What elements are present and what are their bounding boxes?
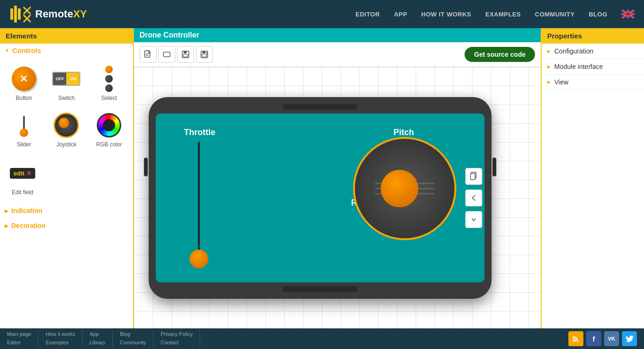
language-flag-icon[interactable] — [621, 10, 635, 18]
svg-rect-1 — [14, 6, 17, 23]
vk-icon: VK — [608, 336, 615, 341]
decoration-section-header[interactable]: Decoration — [0, 218, 133, 233]
control-joystick[interactable]: Joystick — [47, 107, 87, 152]
nav-app[interactable]: APP — [394, 11, 407, 18]
slider-label: Slider — [16, 141, 31, 148]
footer-how-it-works[interactable]: How it works — [46, 330, 75, 339]
header: RemoteXY EDITOR APP HOW IT WORKS EXAMPLE… — [0, 0, 644, 28]
svg-rect-2 — [18, 8, 21, 20]
svg-rect-19 — [163, 52, 170, 57]
footer-main-page[interactable]: Main page — [7, 330, 31, 339]
prop-configuration[interactable]: Configuration — [542, 44, 644, 59]
get-source-button[interactable]: Get source code — [465, 47, 535, 62]
arrow-down-button[interactable] — [466, 211, 482, 228]
footer-links: Main page Editor How it works Examples A… — [7, 330, 568, 347]
button-visual — [12, 67, 36, 91]
social-vk-button[interactable]: VK — [604, 331, 619, 346]
nav-community[interactable]: COMMUNITY — [535, 11, 575, 18]
svg-rect-25 — [202, 54, 207, 57]
control-slider[interactable]: Slider — [4, 107, 44, 152]
rgb-icon — [95, 111, 123, 139]
sidebar-title: Elements — [0, 28, 133, 44]
svg-rect-22 — [183, 54, 188, 57]
prop-view[interactable]: View — [542, 75, 644, 90]
save-as-button[interactable] — [196, 46, 213, 63]
social-facebook-button[interactable]: f — [586, 331, 601, 346]
nav-editor[interactable]: EDITOR — [356, 11, 380, 18]
control-rgb[interactable]: RGB color — [89, 107, 129, 152]
footer-editor[interactable]: Editor — [7, 339, 31, 347]
arrow-buttons — [466, 168, 482, 228]
save-as-icon — [200, 50, 209, 59]
phone-side-button-right — [493, 158, 497, 176]
logo-icon — [9, 5, 33, 23]
social-twitter-button[interactable] — [622, 331, 637, 346]
footer-app[interactable]: App — [90, 330, 106, 339]
switch-icon: OFF ON — [52, 65, 80, 93]
svg-rect-0 — [10, 8, 13, 20]
prop-module-interface[interactable]: Module interface — [542, 59, 644, 75]
control-editfield[interactable]: edit ✕ Edit field — [4, 155, 41, 199]
phone-screen: Throttle Pitch Roll — [156, 114, 485, 282]
arrow-up-button[interactable] — [466, 168, 482, 185]
slider-visual — [23, 116, 25, 135]
rgb-visual — [97, 113, 121, 137]
footer-community[interactable]: Community — [120, 339, 146, 347]
twitter-icon — [626, 335, 633, 342]
rss-icon — [572, 335, 580, 342]
pitch-label: Pitch — [393, 128, 414, 137]
controls-section-header[interactable]: Controls — [0, 44, 133, 57]
control-button[interactable]: Button — [4, 61, 44, 105]
facebook-icon: f — [593, 335, 595, 343]
footer-social: f VK — [568, 331, 637, 346]
select-visual — [105, 66, 113, 92]
resize-button[interactable] — [158, 46, 175, 63]
logo[interactable]: RemoteXY — [9, 5, 87, 23]
main-nav: EDITOR APP HOW IT WORKS EXAMPLES COMMUNI… — [356, 10, 635, 18]
control-switch[interactable]: OFF ON Switch — [47, 61, 87, 105]
nav-how-it-works[interactable]: HOW IT WORKS — [421, 11, 471, 18]
indication-section-header[interactable]: Indication — [0, 203, 133, 218]
svg-rect-24 — [202, 51, 205, 53]
nav-examples[interactable]: EXAMPLES — [485, 11, 521, 18]
joystick-large-thumb — [381, 170, 419, 207]
slider-icon — [10, 111, 38, 139]
footer-library[interactable]: Library — [90, 339, 106, 347]
footer-examples[interactable]: Examples — [46, 339, 75, 347]
footer-group-5: Privacy Policy Contact — [154, 330, 200, 347]
throttle-thumb — [190, 250, 209, 268]
canvas-area: Drone Controller — [134, 28, 541, 328]
editfield-icon: edit ✕ — [8, 159, 37, 187]
properties-panel: Properties Configuration Module interfac… — [541, 28, 644, 328]
select-label: Select — [101, 95, 116, 101]
footer-group-3: App Library — [83, 330, 113, 347]
footer-privacy-policy[interactable]: Privacy Policy — [161, 330, 193, 339]
footer-group-1: Main page Editor — [7, 330, 39, 347]
switch-visual: OFF ON — [52, 72, 80, 86]
copy-icon — [470, 172, 478, 181]
control-select[interactable]: Select — [89, 61, 129, 105]
resize-icon — [163, 50, 171, 59]
phone-mockup: Throttle Pitch Roll — [149, 97, 492, 299]
new-button[interactable] — [140, 46, 156, 63]
canvas-title: Drone Controller — [134, 28, 541, 42]
svg-point-30 — [573, 340, 574, 342]
footer-blog[interactable]: Blog — [120, 330, 146, 339]
new-icon — [144, 50, 152, 59]
save-button[interactable] — [177, 46, 194, 63]
sidebar: Elements Controls Button OFF ON — [0, 28, 134, 328]
throttle-label: Throttle — [184, 128, 216, 137]
nav-blog[interactable]: BLOG — [589, 11, 607, 18]
arrow-left-button[interactable] — [466, 190, 482, 206]
social-rss-button[interactable] — [568, 331, 583, 346]
phone-bottom-bar — [283, 286, 358, 292]
switch-label: Switch — [58, 95, 75, 101]
editfield-label: Edit field — [12, 189, 33, 196]
canvas-toolbar: Get source code — [134, 42, 541, 67]
joystick-icon — [52, 111, 80, 139]
footer-contact[interactable]: Contact — [161, 339, 193, 347]
canvas-grid[interactable]: Throttle Pitch Roll — [134, 67, 541, 328]
throttle-track — [198, 142, 200, 259]
phone-top-bar — [283, 104, 358, 110]
logo-text: RemoteXY — [35, 8, 87, 20]
